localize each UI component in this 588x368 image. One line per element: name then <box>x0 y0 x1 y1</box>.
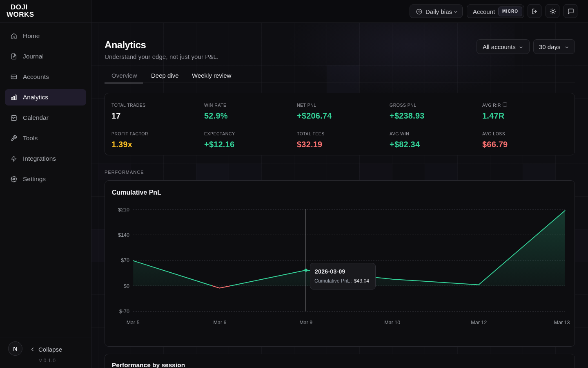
svg-text:$140: $140 <box>118 232 129 238</box>
svg-text:$210: $210 <box>118 207 129 213</box>
svg-text:Mar 13: Mar 13 <box>554 320 570 325</box>
svg-text:Mar 10: Mar 10 <box>384 320 400 325</box>
svg-text:Mar 6: Mar 6 <box>214 320 227 325</box>
svg-text:$70: $70 <box>121 258 129 263</box>
svg-text:Mar 12: Mar 12 <box>471 320 487 325</box>
svg-text:Mar 9: Mar 9 <box>299 320 312 325</box>
svg-text:Mar 5: Mar 5 <box>127 320 140 325</box>
svg-text:$-70: $-70 <box>119 309 129 314</box>
svg-text:$0: $0 <box>124 283 129 289</box>
